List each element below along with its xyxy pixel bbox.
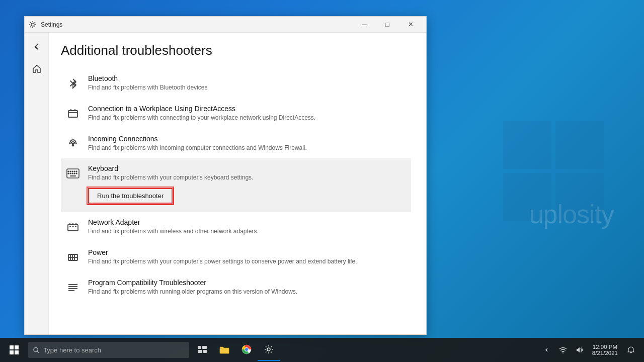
keyboard-row: Keyboard Find and fix problems with your… [65, 164, 407, 182]
window-controls: ─ □ ✕ [353, 17, 422, 33]
settings-window-icon [29, 21, 37, 29]
system-tray: 12:00 PM 8/21/2021 [540, 339, 642, 361]
window-content: Additional troubleshooters Bluetooth Fin… [25, 33, 426, 334]
bluetooth-text: Bluetooth Find and fix problems with Blu… [88, 74, 407, 92]
svg-rect-37 [198, 346, 201, 349]
notification-button[interactable] [624, 339, 638, 361]
start-button[interactable] [2, 338, 26, 362]
svg-rect-39 [198, 350, 202, 353]
svg-rect-41 [220, 349, 229, 353]
task-view-icon [198, 346, 207, 353]
svg-point-46 [267, 348, 270, 351]
svg-point-5 [72, 144, 74, 146]
keyboard-text: Keyboard Find and fix problems with your… [88, 164, 407, 182]
incoming-icon [65, 136, 81, 152]
svg-line-36 [37, 351, 39, 352]
svg-point-45 [245, 348, 248, 351]
svg-rect-19 [68, 225, 78, 231]
svg-point-47 [562, 352, 564, 353]
svg-point-10 [72, 171, 73, 172]
directaccess-desc: Find and fix problems with connecting to… [88, 114, 407, 122]
settings-icon [264, 345, 273, 354]
network-adapter-title: Network Adapter [88, 218, 407, 226]
nav-strip [25, 33, 49, 334]
list-item[interactable]: Incoming Connections Find and fix proble… [61, 129, 411, 159]
svg-point-11 [74, 171, 75, 172]
svg-point-12 [76, 171, 77, 172]
file-explorer-button[interactable] [213, 339, 235, 361]
svg-rect-23 [69, 226, 71, 227]
list-item[interactable]: Power Find and fix problems with your co… [61, 242, 411, 273]
task-view-button[interactable] [191, 339, 213, 361]
list-item[interactable]: Network Adapter Find and fix problems wi… [61, 212, 411, 242]
power-icon [65, 249, 81, 265]
svg-point-14 [70, 173, 71, 174]
titlebar: Settings ─ □ ✕ [25, 17, 426, 33]
window-title: Settings [41, 21, 353, 28]
search-icon [33, 347, 39, 353]
svg-rect-38 [202, 346, 207, 349]
compat-title: Program Compatibility Troubleshooter [88, 279, 407, 287]
home-button[interactable] [27, 59, 47, 79]
windows-logo [503, 121, 604, 221]
svg-point-9 [70, 171, 71, 172]
svg-rect-18 [70, 175, 76, 176]
network-adapter-text: Network Adapter Find and fix problems wi… [88, 218, 407, 236]
minimize-button[interactable]: ─ [353, 17, 376, 33]
list-item[interactable]: Bluetooth Find and fix problems with Blu… [61, 68, 411, 99]
power-text: Power Find and fix problems with your co… [88, 248, 407, 266]
svg-rect-24 [72, 226, 74, 227]
incoming-text: Incoming Connections Find and fix proble… [88, 135, 407, 152]
svg-rect-1 [68, 111, 77, 117]
search-bar[interactable] [28, 342, 189, 358]
list-item[interactable]: Program Compatibility Troubleshooter Fin… [61, 273, 411, 303]
svg-rect-40 [203, 350, 207, 353]
list-item[interactable]: Connection to a Workplace Using DirectAc… [61, 99, 411, 129]
keyboard-title: Keyboard [88, 164, 407, 172]
close-button[interactable]: ✕ [399, 17, 422, 33]
power-title: Power [88, 248, 407, 256]
page-title: Additional troubleshooters [61, 43, 411, 58]
chrome-button[interactable] [235, 339, 258, 361]
chrome-icon [242, 344, 252, 354]
maximize-button[interactable]: □ [376, 17, 399, 33]
directaccess-icon [65, 106, 81, 122]
main-panel: Additional troubleshooters Bluetooth Fin… [49, 33, 426, 334]
run-btn-container: Run the troubleshooter [65, 182, 173, 206]
incoming-title: Incoming Connections [88, 135, 407, 143]
run-troubleshooter-button[interactable]: Run the troubleshooter [88, 188, 173, 204]
clock-time: 12:00 PM [593, 344, 617, 350]
settings-button[interactable] [258, 339, 280, 361]
svg-point-0 [31, 23, 34, 26]
keyboard-icon [65, 165, 81, 182]
taskbar: 12:00 PM 8/21/2021 [0, 338, 644, 362]
incoming-desc: Find and fix problems with incoming comp… [88, 144, 407, 152]
network-adapter-icon [65, 219, 81, 235]
power-desc: Find and fix problems with your computer… [88, 257, 407, 266]
svg-point-17 [76, 173, 77, 174]
svg-point-35 [34, 347, 38, 351]
bluetooth-icon [65, 75, 81, 92]
svg-rect-25 [75, 226, 76, 227]
tray-chevron[interactable] [540, 339, 554, 361]
svg-point-8 [68, 171, 69, 172]
directaccess-text: Connection to a Workplace Using DirectAc… [88, 105, 407, 122]
svg-point-13 [68, 173, 69, 174]
windows-start-logo [10, 345, 19, 354]
volume-tray-icon[interactable] [572, 339, 586, 361]
directaccess-title: Connection to a Workplace Using DirectAc… [88, 105, 407, 113]
clock[interactable]: 12:00 PM 8/21/2021 [588, 339, 622, 361]
back-button[interactable] [27, 37, 47, 57]
list-item[interactable]: Keyboard Find and fix problems with your… [61, 158, 411, 212]
keyboard-desc: Find and fix problems with your computer… [88, 173, 407, 182]
compat-icon [65, 280, 81, 296]
file-explorer-icon [219, 345, 229, 354]
search-input[interactable] [43, 346, 184, 354]
compat-desc: Find and fix problems with running older… [88, 288, 407, 296]
compat-text: Program Compatibility Troubleshooter Fin… [88, 279, 407, 296]
bluetooth-desc: Find and fix problems with Bluetooth dev… [88, 83, 407, 92]
network-tray-icon[interactable] [556, 339, 570, 361]
network-adapter-desc: Find and fix problems with wireless and … [88, 227, 407, 236]
svg-point-15 [72, 173, 73, 174]
bluetooth-title: Bluetooth [88, 74, 407, 82]
